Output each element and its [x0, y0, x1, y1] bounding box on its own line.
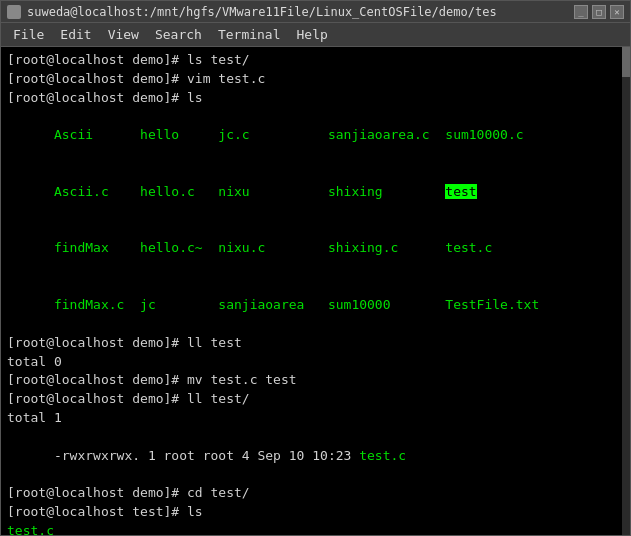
- line: findMax hello.c~ nixu.c shixing.c test.c: [7, 221, 624, 278]
- window-controls: _ □ ✕: [574, 5, 624, 19]
- line: [root@localhost test]# ls: [7, 503, 624, 522]
- line: [root@localhost demo]# cd test/: [7, 484, 624, 503]
- line: Ascii hello jc.c sanjiaoarea.c sum10000.…: [7, 108, 624, 165]
- maximize-button[interactable]: □: [592, 5, 606, 19]
- terminal-window: suweda@localhost:/mnt/hgfs/VMware11File/…: [0, 0, 631, 536]
- line: [root@localhost demo]# mv test.c test: [7, 371, 624, 390]
- line: [root@localhost demo]# ls test/: [7, 51, 624, 70]
- line: [root@localhost demo]# ll test/: [7, 390, 624, 409]
- menu-search[interactable]: Search: [147, 25, 210, 44]
- line: -rwxrwxrwx. 1 root root 4 Sep 10 10:23 t…: [7, 428, 624, 485]
- line: total 0: [7, 353, 624, 372]
- title-bar: suweda@localhost:/mnt/hgfs/VMware11File/…: [1, 1, 630, 23]
- menu-edit[interactable]: Edit: [52, 25, 99, 44]
- menu-file[interactable]: File: [5, 25, 52, 44]
- line: [root@localhost demo]# ls: [7, 89, 624, 108]
- window-title: suweda@localhost:/mnt/hgfs/VMware11File/…: [27, 5, 497, 19]
- close-button[interactable]: ✕: [610, 5, 624, 19]
- scrollbar-thumb[interactable]: [622, 47, 630, 77]
- line: [root@localhost demo]# vim test.c: [7, 70, 624, 89]
- menu-help[interactable]: Help: [289, 25, 336, 44]
- line: Ascii.c hello.c nixu shixing test: [7, 164, 624, 221]
- line: test.c: [7, 522, 624, 535]
- line: [root@localhost demo]# ll test: [7, 334, 624, 353]
- line: total 1: [7, 409, 624, 428]
- menu-terminal[interactable]: Terminal: [210, 25, 289, 44]
- terminal-output[interactable]: [root@localhost demo]# ls test/ [root@lo…: [1, 47, 630, 535]
- line: findMax.c jc sanjiaoarea sum10000 TestFi…: [7, 277, 624, 334]
- scrollbar[interactable]: [622, 47, 630, 535]
- menu-bar: File Edit View Search Terminal Help: [1, 23, 630, 47]
- title-bar-left: suweda@localhost:/mnt/hgfs/VMware11File/…: [7, 5, 497, 19]
- terminal-icon: [7, 5, 21, 19]
- menu-view[interactable]: View: [100, 25, 147, 44]
- minimize-button[interactable]: _: [574, 5, 588, 19]
